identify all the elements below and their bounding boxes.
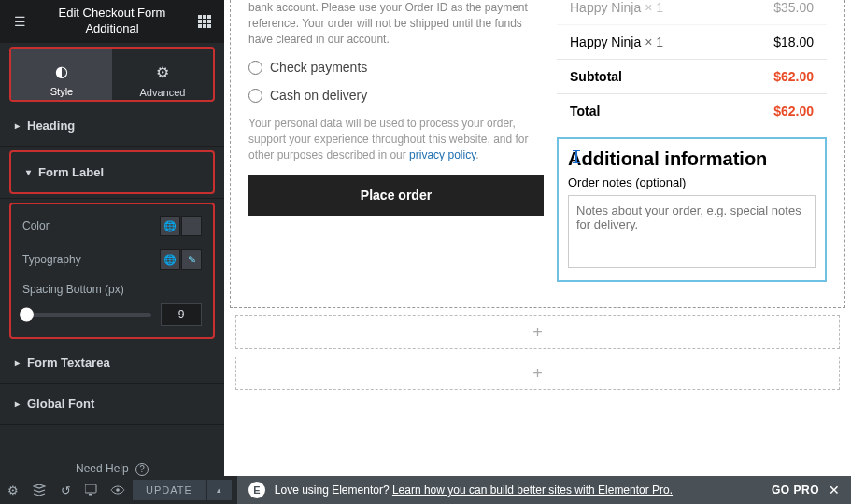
promo-link[interactable]: Learn how you can build better sites wit… [392,483,673,497]
go-pro-button[interactable]: GO PRO [772,483,819,497]
question-icon: ? [135,463,149,476]
section-form-textarea[interactable]: ▸ Form Textarea [0,343,224,383]
color-label: Color [22,219,50,232]
svg-rect-1 [203,15,206,19]
globe-icon[interactable]: 🌐 [160,216,180,236]
svg-rect-7 [203,24,206,28]
tab-advanced[interactable]: ⚙ Advanced [112,49,213,102]
section-global-font[interactable]: ▸ Global Font [0,384,224,424]
svg-rect-0 [198,15,202,19]
svg-rect-6 [198,24,202,28]
panel-title: Edit Checkout Form Additional [59,6,166,37]
typography-label: Typography [22,253,81,266]
svg-rect-4 [203,20,206,23]
edit-typography-button[interactable]: ✎ [181,249,202,270]
responsive-icon[interactable] [78,476,105,504]
caret-right-icon: ▸ [15,120,20,131]
close-promo-icon[interactable]: ✕ [829,483,840,497]
navigator-icon[interactable] [26,476,52,504]
tabs-container: ◐ Style ⚙ Advanced [9,47,215,102]
spacing-label: Spacing Bottom (px) [22,283,202,296]
need-help-link[interactable]: Need Help ? [0,462,224,476]
half-circle-icon: ◐ [55,63,68,80]
svg-rect-9 [85,484,96,493]
caret-right-icon: ▸ [15,399,20,409]
svg-rect-3 [198,20,202,23]
add-column-button[interactable]: + [235,315,840,349]
svg-rect-10 [89,494,92,496]
tab-style[interactable]: ◐ Style [11,49,112,102]
svg-rect-5 [207,20,211,23]
svg-rect-8 [207,24,211,28]
section-outline [230,0,845,308]
form-label-controls: Color 🌐 Typography 🌐 ✎ Spacing Bottom (p… [9,203,215,339]
svg-point-11 [116,488,120,492]
gear-icon: ⚙ [156,63,169,81]
svg-rect-2 [207,15,211,19]
settings-icon[interactable]: ⚙ [0,476,26,504]
preview-icon[interactable] [105,476,131,504]
slider-thumb[interactable] [20,308,34,322]
color-picker-button[interactable] [181,216,202,236]
globe-icon[interactable]: 🌐 [160,249,180,270]
spacing-value-input[interactable] [161,303,202,326]
history-icon[interactable]: ↺ [52,476,78,504]
section-heading[interactable]: ▸ Heading [0,105,224,146]
update-button[interactable]: UPDATE [133,480,206,500]
widgets-icon[interactable] [194,11,215,32]
spacing-slider[interactable] [22,313,151,317]
caret-right-icon: ▸ [15,357,20,368]
menu-icon[interactable]: ☰ [9,11,30,32]
update-dropdown[interactable]: ▴ [207,480,232,500]
caret-down-icon: ▾ [26,167,31,177]
section-divider [235,413,840,413]
promo-bar: E Love using Elementor? Learn how you ca… [237,476,851,504]
section-form-label[interactable]: ▾ Form Label [9,150,215,194]
elementor-badge-icon: E [248,482,265,498]
order-row: Happy Ninja × 1 $35.00 [557,0,827,25]
add-column-button[interactable]: + [235,357,840,390]
